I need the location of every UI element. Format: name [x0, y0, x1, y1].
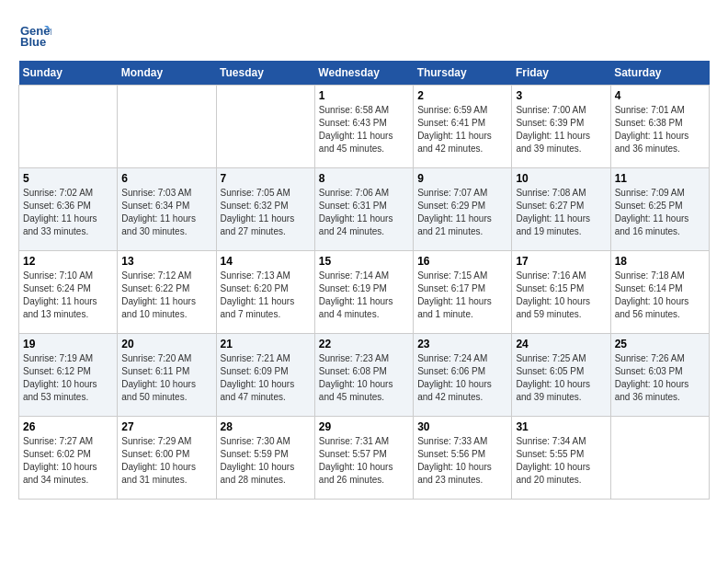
day-number: 22 [319, 338, 409, 350]
day-cell: 5Sunrise: 7:02 AM Sunset: 6:36 PM Daylig… [19, 168, 118, 251]
day-info: Sunrise: 7:13 AM Sunset: 6:20 PM Dayligh… [221, 270, 311, 321]
day-header-friday: Friday [512, 61, 610, 86]
day-number: 2 [417, 89, 507, 102]
day-cell: 17Sunrise: 7:16 AM Sunset: 6:15 PM Dayli… [512, 251, 610, 334]
day-info: Sunrise: 7:20 AM Sunset: 6:11 PM Dayligh… [121, 352, 211, 404]
day-cell: 8Sunrise: 7:06 AM Sunset: 6:31 PM Daylig… [314, 168, 413, 251]
day-cell: 6Sunrise: 7:03 AM Sunset: 6:34 PM Daylig… [118, 168, 216, 251]
day-info: Sunrise: 7:02 AM Sunset: 6:36 PM Dayligh… [23, 187, 113, 238]
day-cell: 11Sunrise: 7:09 AM Sunset: 6:25 PM Dayli… [610, 168, 709, 251]
day-number: 9 [417, 172, 507, 185]
week-row: 19Sunrise: 7:19 AM Sunset: 6:12 PM Dayli… [19, 334, 710, 417]
day-cell: 10Sunrise: 7:08 AM Sunset: 6:27 PM Dayli… [512, 168, 610, 251]
day-cell [216, 86, 314, 168]
week-row: 5Sunrise: 7:02 AM Sunset: 6:36 PM Daylig… [19, 168, 710, 251]
day-info: Sunrise: 7:08 AM Sunset: 6:27 PM Dayligh… [516, 187, 606, 238]
day-info: Sunrise: 7:14 AM Sunset: 6:19 PM Dayligh… [319, 270, 409, 321]
day-info: Sunrise: 7:03 AM Sunset: 6:34 PM Dayligh… [121, 187, 211, 238]
day-number: 30 [417, 420, 507, 433]
day-info: Sunrise: 7:10 AM Sunset: 6:24 PM Dayligh… [23, 270, 113, 321]
day-number: 5 [23, 172, 113, 185]
week-row: 26Sunrise: 7:27 AM Sunset: 6:02 PM Dayli… [19, 417, 710, 500]
day-cell: 12Sunrise: 7:10 AM Sunset: 6:24 PM Dayli… [19, 251, 118, 334]
day-info: Sunrise: 7:01 AM Sunset: 6:38 PM Dayligh… [615, 104, 705, 155]
day-cell: 19Sunrise: 7:19 AM Sunset: 6:12 PM Dayli… [19, 334, 118, 417]
day-cell: 20Sunrise: 7:20 AM Sunset: 6:11 PM Dayli… [118, 334, 216, 417]
day-number: 7 [221, 172, 311, 185]
day-info: Sunrise: 7:16 AM Sunset: 6:15 PM Dayligh… [516, 270, 606, 321]
day-number: 17 [516, 255, 606, 268]
day-info: Sunrise: 7:30 AM Sunset: 5:59 PM Dayligh… [221, 435, 311, 487]
day-number: 20 [121, 338, 211, 350]
day-number: 12 [23, 255, 113, 268]
day-cell: 7Sunrise: 7:05 AM Sunset: 6:32 PM Daylig… [216, 168, 314, 251]
day-cell: 23Sunrise: 7:24 AM Sunset: 6:06 PM Dayli… [414, 334, 512, 417]
day-number: 29 [319, 420, 409, 433]
day-info: Sunrise: 7:06 AM Sunset: 6:31 PM Dayligh… [319, 187, 409, 238]
svg-text:Blue: Blue [20, 35, 46, 49]
day-info: Sunrise: 7:09 AM Sunset: 6:25 PM Dayligh… [615, 187, 705, 238]
day-cell: 26Sunrise: 7:27 AM Sunset: 6:02 PM Dayli… [19, 417, 118, 500]
day-cell: 3Sunrise: 7:00 AM Sunset: 6:39 PM Daylig… [512, 86, 610, 168]
day-number: 1 [319, 89, 409, 102]
day-info: Sunrise: 7:00 AM Sunset: 6:39 PM Dayligh… [516, 104, 606, 155]
day-info: Sunrise: 6:58 AM Sunset: 6:43 PM Dayligh… [319, 104, 409, 155]
day-cell: 14Sunrise: 7:13 AM Sunset: 6:20 PM Dayli… [216, 251, 314, 334]
day-info: Sunrise: 7:18 AM Sunset: 6:14 PM Dayligh… [615, 270, 705, 321]
day-number: 24 [516, 338, 606, 350]
day-number: 26 [23, 420, 113, 433]
day-info: Sunrise: 7:21 AM Sunset: 6:09 PM Dayligh… [221, 352, 311, 404]
day-cell: 16Sunrise: 7:15 AM Sunset: 6:17 PM Dayli… [414, 251, 512, 334]
day-header-saturday: Saturday [610, 61, 709, 86]
day-number: 15 [319, 255, 409, 268]
day-cell: 25Sunrise: 7:26 AM Sunset: 6:03 PM Dayli… [610, 334, 709, 417]
day-cell: 27Sunrise: 7:29 AM Sunset: 6:00 PM Dayli… [118, 417, 216, 500]
day-number: 11 [615, 172, 705, 185]
day-info: Sunrise: 7:05 AM Sunset: 6:32 PM Dayligh… [221, 187, 311, 238]
day-cell: 28Sunrise: 7:30 AM Sunset: 5:59 PM Dayli… [216, 417, 314, 500]
day-cell: 31Sunrise: 7:34 AM Sunset: 5:55 PM Dayli… [512, 417, 610, 500]
day-cell: 2Sunrise: 6:59 AM Sunset: 6:41 PM Daylig… [414, 86, 512, 168]
day-number: 23 [417, 338, 507, 350]
day-number: 4 [615, 89, 705, 102]
day-info: Sunrise: 7:15 AM Sunset: 6:17 PM Dayligh… [417, 270, 507, 321]
day-header-thursday: Thursday [414, 61, 512, 86]
day-number: 25 [615, 338, 705, 350]
day-cell: 9Sunrise: 7:07 AM Sunset: 6:29 PM Daylig… [414, 168, 512, 251]
day-number: 31 [516, 420, 606, 433]
calendar-table: SundayMondayTuesdayWednesdayThursdayFrid… [18, 61, 710, 500]
day-number: 3 [516, 89, 606, 102]
day-cell: 21Sunrise: 7:21 AM Sunset: 6:09 PM Dayli… [216, 334, 314, 417]
day-info: Sunrise: 7:19 AM Sunset: 6:12 PM Dayligh… [23, 352, 113, 404]
day-info: Sunrise: 7:31 AM Sunset: 5:57 PM Dayligh… [319, 435, 409, 487]
day-cell: 22Sunrise: 7:23 AM Sunset: 6:08 PM Dayli… [314, 334, 413, 417]
week-row: 1Sunrise: 6:58 AM Sunset: 6:43 PM Daylig… [19, 86, 710, 168]
logo-icon: General Blue [18, 18, 51, 52]
day-info: Sunrise: 6:59 AM Sunset: 6:41 PM Dayligh… [417, 104, 507, 155]
day-info: Sunrise: 7:24 AM Sunset: 6:06 PM Dayligh… [417, 352, 507, 404]
day-cell [19, 86, 118, 168]
day-info: Sunrise: 7:07 AM Sunset: 6:29 PM Dayligh… [417, 187, 507, 238]
day-number: 8 [319, 172, 409, 185]
day-info: Sunrise: 7:25 AM Sunset: 6:05 PM Dayligh… [516, 352, 606, 404]
day-number: 19 [23, 338, 113, 350]
day-info: Sunrise: 7:27 AM Sunset: 6:02 PM Dayligh… [23, 435, 113, 487]
day-info: Sunrise: 7:29 AM Sunset: 6:00 PM Dayligh… [121, 435, 211, 487]
day-number: 13 [121, 255, 211, 268]
day-header-monday: Monday [118, 61, 216, 86]
day-cell: 15Sunrise: 7:14 AM Sunset: 6:19 PM Dayli… [314, 251, 413, 334]
day-header-sunday: Sunday [19, 61, 118, 86]
day-number: 21 [221, 338, 311, 350]
day-number: 28 [221, 420, 311, 433]
day-cell: 4Sunrise: 7:01 AM Sunset: 6:38 PM Daylig… [610, 86, 709, 168]
day-header-wednesday: Wednesday [314, 61, 413, 86]
day-cell: 18Sunrise: 7:18 AM Sunset: 6:14 PM Dayli… [610, 251, 709, 334]
day-cell: 24Sunrise: 7:25 AM Sunset: 6:05 PM Dayli… [512, 334, 610, 417]
day-number: 18 [615, 255, 705, 268]
week-row: 12Sunrise: 7:10 AM Sunset: 6:24 PM Dayli… [19, 251, 710, 334]
day-number: 27 [121, 420, 211, 433]
day-cell [610, 417, 709, 500]
day-number: 6 [121, 172, 211, 185]
day-info: Sunrise: 7:26 AM Sunset: 6:03 PM Dayligh… [615, 352, 705, 404]
day-info: Sunrise: 7:34 AM Sunset: 5:55 PM Dayligh… [516, 435, 606, 487]
